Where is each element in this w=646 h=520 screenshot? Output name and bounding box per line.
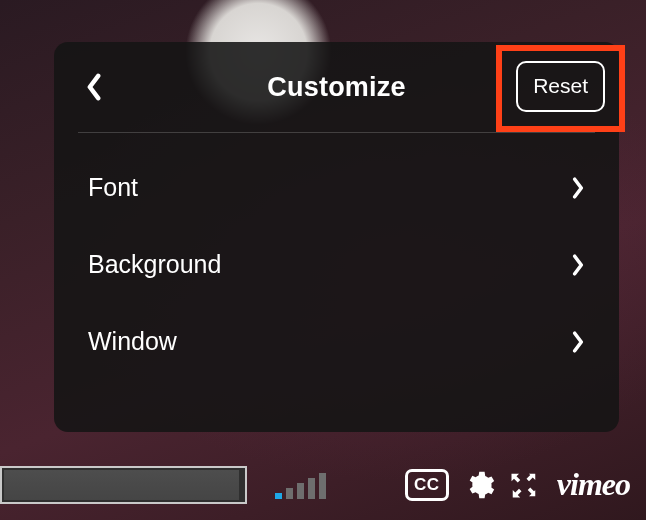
chevron-right-icon: [571, 177, 585, 199]
vimeo-logo[interactable]: vimeo: [553, 466, 634, 505]
chevron-right-icon: [571, 254, 585, 276]
panel-header: Customize Reset: [54, 42, 619, 132]
menu-item-font[interactable]: Font: [62, 149, 611, 226]
chevron-right-icon: [571, 331, 585, 353]
reset-button[interactable]: Reset: [516, 61, 605, 112]
fullscreen-icon: [509, 470, 539, 500]
menu-item-label: Window: [88, 327, 177, 356]
menu-item-window[interactable]: Window: [62, 303, 611, 380]
controls-right-cluster: CC vimeo: [405, 466, 634, 505]
back-button[interactable]: [76, 69, 112, 105]
customize-captions-panel: Customize Reset Font Background Window: [54, 42, 619, 432]
divider: [78, 132, 595, 133]
closed-captions-button[interactable]: CC: [405, 469, 449, 501]
volume-control[interactable]: [275, 471, 326, 499]
scrub-bar[interactable]: [0, 466, 247, 504]
tutorial-highlight-box: Reset: [496, 45, 625, 132]
settings-button[interactable]: [463, 469, 495, 501]
menu-item-label: Font: [88, 173, 138, 202]
chevron-left-icon: [85, 73, 103, 101]
menu-item-background[interactable]: Background: [62, 226, 611, 303]
customize-options-list: Font Background Window: [54, 143, 619, 380]
gear-icon: [463, 469, 495, 501]
fullscreen-button[interactable]: [509, 470, 539, 500]
menu-item-label: Background: [88, 250, 221, 279]
video-player-controls: CC vimeo: [0, 460, 646, 510]
panel-title: Customize: [267, 72, 405, 103]
